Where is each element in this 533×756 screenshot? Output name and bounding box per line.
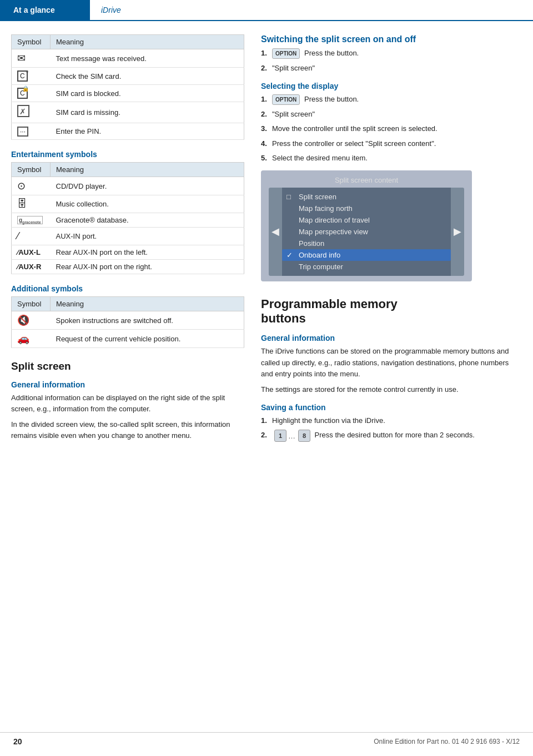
- table-row: 🔒C SIM card is blocked.: [12, 85, 244, 102]
- split-screen-general-info-label: General information: [11, 380, 244, 389]
- meaning-cell: SIM card is blocked.: [51, 85, 244, 102]
- entertainment-symbols-label: Entertainment symbols: [11, 150, 244, 159]
- prog-general-para1: The iDrive functions can be stored on th…: [261, 346, 522, 379]
- option-button: OPTION: [272, 48, 300, 59]
- mem-btn-1: 1: [274, 430, 286, 442]
- table3-col1-header: Symbol: [12, 297, 51, 311]
- meaning-cell: Rear AUX-IN port on the right.: [51, 260, 244, 274]
- split-screen-para1: Additional information can be displayed …: [11, 392, 244, 415]
- menu-item-position: Position: [282, 238, 451, 249]
- meaning-cell: Request of the current vehicle position.: [51, 330, 244, 348]
- left-column: Symbol Meaning ✉ Text message was receiv…: [11, 34, 244, 447]
- mem-btn-8: 8: [298, 430, 310, 442]
- split-right-arrow: ▶: [451, 188, 464, 276]
- table-row: ✉ Text message was received.: [12, 49, 244, 68]
- meaning-cell: AUX-IN port.: [51, 228, 244, 245]
- table-row: 🗄 Music collection.: [12, 195, 244, 213]
- list-item: 5. Select the desired menu item.: [261, 153, 522, 164]
- symbol-cell: 🚗: [12, 330, 51, 348]
- option-button: OPTION: [272, 94, 300, 105]
- table2-col1-header: Symbol: [12, 163, 51, 177]
- table-row: ∕ AUX-IN port.: [12, 228, 244, 245]
- prog-memory-title: Programmable memorybuttons: [261, 297, 522, 326]
- table3-col2-header: Meaning: [51, 297, 244, 311]
- right-column: Switching the split screen on and off 1.…: [261, 34, 522, 447]
- saving-steps-list: 1. Highlight the function via the iDrive…: [261, 415, 522, 442]
- selecting-title: Selecting the display: [261, 82, 522, 90]
- page-number: 20: [13, 737, 22, 746]
- list-item: 1. OPTION Press the button.: [261, 48, 522, 59]
- table2-col2-header: Meaning: [51, 163, 244, 177]
- split-screen-para2: In the divided screen view, the so-calle…: [11, 419, 244, 441]
- step-content: Highlight the function via the iDrive.: [272, 415, 522, 426]
- menu-item-split-screen: □ Split screen: [282, 191, 451, 203]
- symbol-cell: ○C: [12, 68, 51, 85]
- symbol-cell: 🔇: [12, 311, 51, 330]
- symbol-cell: ✉: [12, 49, 51, 68]
- header-left-label: At a glance: [13, 6, 55, 14]
- page-footer: 20 Online Edition for Part no. 01 40 2 9…: [0, 732, 533, 746]
- symbol-cell: ∕AUX-R: [12, 260, 51, 274]
- entertainment-symbols-table: Symbol Meaning ⊙ CD/DVD player. 🗄 Music …: [11, 162, 244, 274]
- list-item: 1. Highlight the function via the iDrive…: [261, 415, 522, 426]
- table-row: ∕AUX-R Rear AUX-IN port on the right.: [12, 260, 244, 274]
- table-row: ggracenote Gracenote® database.: [12, 213, 244, 228]
- table1-col2-header: Meaning: [51, 35, 244, 49]
- menu-item-trip-computer: Trip computer: [282, 261, 451, 273]
- step-content: Move the controller until the split scre…: [272, 123, 522, 134]
- menu-item-map-perspective: Map perspective view: [282, 226, 451, 238]
- meaning-cell: Music collection.: [51, 195, 244, 213]
- step-num: 4.: [261, 138, 272, 149]
- header-at-a-glance: At a glance: [0, 0, 89, 20]
- meaning-cell: Text message was received.: [51, 49, 244, 68]
- selecting-steps-list: 1. OPTION Press the button. 2. "Split sc…: [261, 94, 522, 164]
- step-content: Press the controller or select "Split sc…: [272, 138, 522, 149]
- step-num: 1.: [261, 94, 272, 105]
- mem-btn-dots: …: [288, 431, 296, 442]
- menu-item-map-north: Map facing north: [282, 203, 451, 214]
- meaning-cell: Check the SIM card.: [51, 68, 244, 85]
- step-num: 2.: [261, 430, 272, 441]
- step-content: OPTION Press the button.: [272, 48, 522, 59]
- split-left-arrow: ◀: [269, 188, 282, 276]
- saving-function-label: Saving a function: [261, 403, 522, 412]
- meaning-cell: SIM card is missing.: [51, 102, 244, 123]
- table-row: ⊙ CD/DVD player.: [12, 177, 244, 195]
- meaning-cell: CD/DVD player.: [51, 177, 244, 195]
- split-screen-content-image: Split screen content ◀ □ Split screen Ma…: [261, 170, 472, 281]
- step-content: 1 … 8 Press the desired button for more …: [272, 430, 522, 442]
- step-content: "Split screen": [272, 63, 522, 74]
- main-content: Symbol Meaning ✉ Text message was receiv…: [0, 21, 533, 481]
- meaning-cell: Gracenote® database.: [51, 213, 244, 228]
- list-item: 3. Move the controller until the split s…: [261, 123, 522, 134]
- step-num: 1.: [261, 48, 272, 59]
- symbol-cell: ⊙: [12, 177, 51, 195]
- memory-button-image: 1 … 8: [274, 430, 310, 442]
- split-screen-menu-title: Split screen content: [269, 176, 464, 184]
- step-num: 1.: [261, 415, 272, 426]
- table-row: 🔇 Spoken instructions are switched off.: [12, 311, 244, 330]
- list-item: 2. "Split screen": [261, 63, 522, 74]
- symbol-cell: ∕: [12, 228, 51, 245]
- meaning-cell: Enter the PIN.: [51, 123, 244, 140]
- table-row: ○C Check the SIM card.: [12, 68, 244, 85]
- table1-col1-header: Symbol: [12, 35, 51, 49]
- footer-copyright: Online Edition for Part no. 01 40 2 916 …: [374, 738, 520, 745]
- header-idrive: iDrive: [89, 0, 132, 20]
- page-header: At a glance iDrive: [0, 0, 533, 21]
- step-content: Select the desired menu item.: [272, 153, 522, 164]
- symbol-cell: ∕AUX-L: [12, 245, 51, 260]
- meaning-cell: Spoken instructions are switched off.: [51, 311, 244, 330]
- table-row: ∕AUX-L Rear AUX-IN port on the left.: [12, 245, 244, 260]
- list-item: 2. "Split screen": [261, 109, 522, 120]
- table-row: ✗ SIM card is missing.: [12, 102, 244, 123]
- step-content: OPTION Press the button.: [272, 94, 522, 105]
- list-item: 4. Press the controller or select "Split…: [261, 138, 522, 149]
- menu-item-onboard-info: ✓ Onboard info: [282, 249, 451, 261]
- switching-title: Switching the split screen on and off: [261, 34, 522, 44]
- symbol-cell: 🗄: [12, 195, 51, 213]
- prog-general-info-label: General information: [261, 334, 522, 342]
- symbol-cell: ✗: [12, 102, 51, 123]
- meaning-cell: Rear AUX-IN port on the left.: [51, 245, 244, 260]
- symbol-cell: 🔒C: [12, 85, 51, 102]
